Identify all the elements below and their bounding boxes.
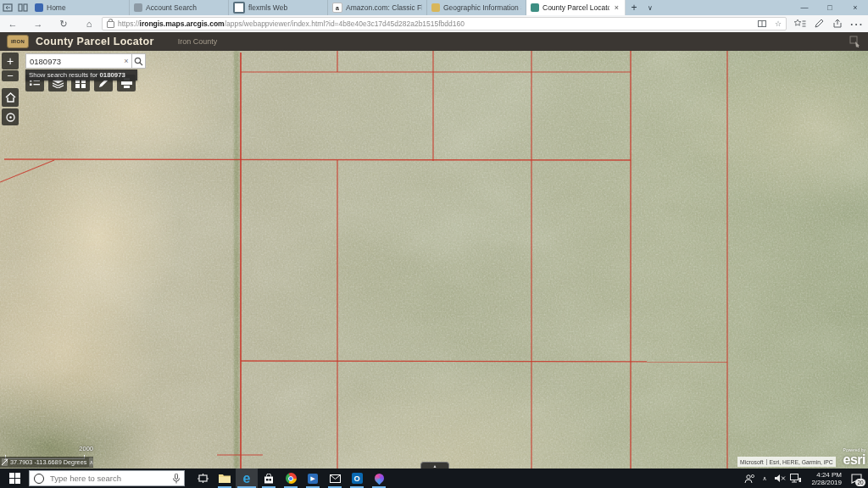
set-tabs-aside-icon[interactable]	[3, 3, 13, 12]
suggestion-text: Show search results for	[29, 71, 97, 79]
browser-address-bar: ← → ↻ ⌂ https://irongis.maps.arcgis.com/…	[0, 15, 868, 33]
taskbar-outlook[interactable]: O	[346, 469, 368, 488]
browser-tab-bar: Home Account Search flexmls Web a Amazon…	[0, 0, 868, 15]
tab-bar-left-controls	[0, 0, 31, 15]
home-icon	[5, 92, 16, 103]
home-tab-favicon	[35, 3, 43, 12]
locate-circle-icon	[5, 112, 16, 123]
tab-preview-icon[interactable]	[18, 3, 28, 12]
parcel-search-widget: ×	[25, 53, 146, 69]
tab-close-icon[interactable]: ×	[613, 3, 620, 12]
zoom-out-button[interactable]: −	[2, 70, 19, 81]
annotate-pen-icon[interactable]	[812, 19, 826, 29]
file-explorer-icon	[219, 474, 231, 483]
suggestion-term: 0180973	[99, 71, 125, 79]
app-title: County Parcel Locator	[36, 36, 154, 47]
chrome-icon	[286, 473, 297, 484]
taskbar-clock[interactable]: 4:24 PM 2/28/2019	[804, 471, 844, 486]
my-location-button[interactable]	[2, 108, 19, 125]
cortana-icon	[34, 474, 44, 484]
microphone-icon[interactable]	[173, 474, 180, 484]
coordinates-expand-icon[interactable]: ∧	[89, 458, 93, 467]
coordinates-crosshair-icon[interactable]	[2, 458, 8, 466]
url-infield-icons: ☆	[758, 19, 782, 28]
lock-icon	[107, 21, 114, 28]
default-extent-button[interactable]	[2, 88, 19, 107]
taskbar-search-box[interactable]	[29, 470, 185, 486]
window-controls: — □ ×	[792, 0, 868, 15]
parcel-locator-tab-favicon	[531, 3, 539, 12]
volume-muted-icon[interactable]	[773, 469, 787, 488]
system-tray: ∧ 4:24 PM 2/28/2019 20	[743, 469, 868, 488]
close-button[interactable]: ×	[843, 0, 868, 15]
coordinates-widget: 37.7903 -113.6689 Degrees ∧	[0, 457, 93, 468]
clock-date: 2/28/2019	[811, 479, 842, 486]
tab-county-parcel-locator[interactable]: County Parcel Locator ×	[526, 0, 626, 15]
taskbar-file-explorer[interactable]	[214, 469, 236, 488]
taskbar-chrome[interactable]	[280, 469, 302, 488]
start-button[interactable]	[0, 469, 29, 488]
attribution-microsoft: Microsoft	[740, 459, 767, 465]
browser-home-button[interactable]: ⌂	[76, 16, 102, 32]
maximize-button[interactable]: □	[817, 0, 843, 15]
map-attribution: Microsoft Esri, HERE, Garmin, iPC	[737, 457, 836, 467]
edge-icon: e	[243, 472, 251, 485]
clock-time: 4:24 PM	[816, 471, 842, 479]
search-submit-button[interactable]	[131, 53, 146, 69]
search-icon	[134, 57, 143, 66]
back-button[interactable]: ←	[0, 16, 25, 32]
attribute-table-handle[interactable]: ▲	[420, 462, 449, 469]
tab-amazon[interactable]: a Amazon.com: Classic Flame	[328, 0, 427, 15]
forward-button[interactable]: →	[25, 16, 51, 32]
taskbar-movies-tv[interactable]: ▶	[302, 469, 324, 488]
people-icon[interactable]	[743, 469, 756, 488]
url-field[interactable]: https://irongis.maps.arcgis.com/apps/web…	[102, 17, 787, 30]
mail-icon	[330, 474, 341, 483]
tab-flexmls-web[interactable]: flexmls Web	[229, 0, 328, 15]
screen: Home Account Search flexmls Web a Amazon…	[0, 0, 868, 488]
more-options-icon[interactable]: ⋯	[849, 16, 863, 32]
refresh-button[interactable]: ↻	[51, 16, 76, 32]
taskbar-search-input[interactable]	[48, 473, 169, 484]
tab-label: Home	[47, 3, 66, 12]
tab-account-search[interactable]: Account Search	[130, 0, 229, 15]
new-tab-button[interactable]: +	[626, 0, 643, 15]
windows-taskbar: e ▶ O	[0, 469, 868, 488]
map-canvas[interactable]: + − × Show search	[0, 51, 868, 469]
share-icon[interactable]	[831, 19, 844, 29]
notification-badge: 20	[855, 479, 865, 486]
account-search-tab-favicon	[134, 3, 142, 12]
taskbar-store[interactable]	[258, 469, 280, 488]
esri-logo-text: esri	[843, 452, 865, 467]
search-clear-icon[interactable]: ×	[121, 53, 131, 69]
tab-home[interactable]: Home	[31, 0, 130, 15]
search-suggestion-item[interactable]: Show search results for 0180973	[25, 69, 137, 80]
task-view-button[interactable]	[192, 469, 214, 488]
tab-label: Account Search	[146, 3, 197, 12]
action-center-button[interactable]: 20	[846, 469, 866, 488]
favorites-hub-icon[interactable]	[793, 19, 807, 29]
tab-label: Geographic Information Sys	[443, 3, 521, 12]
parcel-search-input[interactable]	[25, 53, 121, 69]
tab-label: County Parcel Locator	[542, 3, 609, 12]
minimize-button[interactable]: —	[792, 0, 817, 15]
hidden-icons-chevron[interactable]: ∧	[758, 469, 771, 488]
movies-tv-icon: ▶	[308, 474, 318, 484]
taskbar-edge[interactable]: e	[236, 469, 258, 488]
taskbar-maps[interactable]	[368, 469, 390, 488]
zoom-in-button[interactable]: +	[2, 53, 19, 69]
coordinates-readout: 37.7903 -113.6689 Degrees	[10, 458, 86, 466]
network-icon[interactable]	[788, 469, 802, 488]
powered-by-label: Powered by	[835, 447, 865, 452]
task-view-icon	[198, 474, 209, 483]
header-share-cursor-icon[interactable]	[849, 36, 861, 47]
esri-logo: Powered by esri	[835, 447, 865, 468]
taskbar-mail[interactable]	[324, 469, 346, 488]
tab-geographic-information[interactable]: Geographic Information Sys	[427, 0, 526, 15]
microsoft-store-icon	[264, 474, 274, 484]
app-subtitle: Iron County	[178, 37, 218, 46]
tab-list-chevron-icon[interactable]: ∨	[643, 0, 658, 15]
reading-view-icon[interactable]	[758, 19, 766, 28]
maps-pin-icon	[372, 472, 386, 485]
add-favorite-star-icon[interactable]: ☆	[775, 19, 782, 28]
